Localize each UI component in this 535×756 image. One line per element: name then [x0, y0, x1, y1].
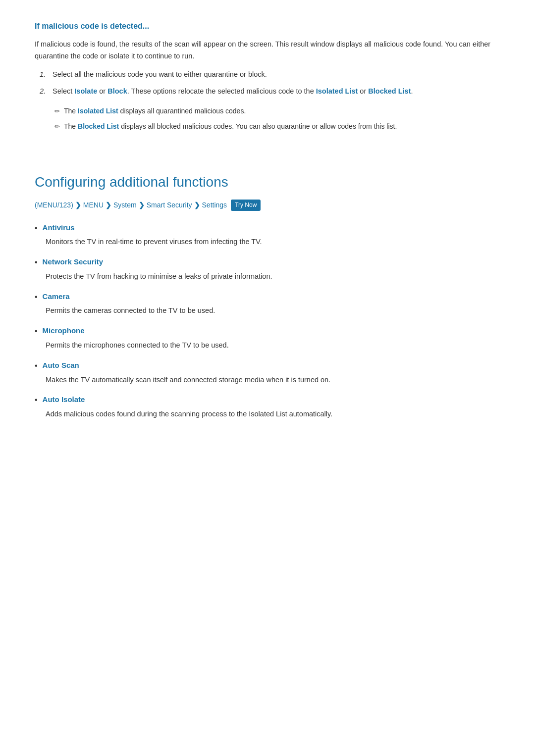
feature-desc-0: Monitors the TV in real-time to prevent …: [46, 236, 500, 248]
try-now-badge[interactable]: Try Now: [231, 200, 261, 211]
config-heading: Configuring additional functions: [35, 171, 500, 194]
malicious-heading: If malicious code is detected...: [35, 20, 500, 33]
feature-desc-2: Permits the cameras connected to the TV …: [46, 305, 500, 317]
feature-bullet-1: •: [35, 256, 38, 269]
section-divider: [35, 156, 500, 156]
feature-item-1: •Network SecurityProtects the TV from ha…: [35, 256, 500, 283]
feature-bullet-4: •: [35, 359, 38, 372]
sub-bullet-blocked: ✏ The Blocked List displays all blocked …: [54, 121, 500, 132]
feature-bullet-0: •: [35, 222, 38, 235]
feature-list: •AntivirusMonitors the TV in real-time t…: [35, 222, 500, 420]
feature-item-0: •AntivirusMonitors the TV in real-time t…: [35, 222, 500, 249]
feature-name-4[interactable]: Auto Scan: [43, 359, 79, 371]
feature-name-1[interactable]: Network Security: [43, 256, 104, 268]
block-link[interactable]: Block: [107, 87, 127, 95]
sub-bullet-blocked-text: The Blocked List displays all blocked ma…: [64, 121, 397, 132]
breadcrumb-settings[interactable]: Settings: [202, 200, 227, 210]
feature-item-2: •CameraPermits the cameras connected to …: [35, 291, 500, 317]
isolated-list-link[interactable]: Isolated List: [316, 87, 358, 95]
breadcrumb-menu[interactable]: MENU: [83, 200, 104, 210]
breadcrumb-system[interactable]: System: [113, 200, 137, 210]
malicious-section: If malicious code is detected... If mali…: [35, 20, 500, 136]
feature-desc-4: Makes the TV automatically scan itself a…: [46, 374, 500, 386]
feature-name-2[interactable]: Camera: [43, 291, 70, 302]
feature-item-5: •Auto IsolateAdds malicious codes found …: [35, 394, 500, 420]
isolate-link[interactable]: Isolate: [74, 87, 97, 95]
feature-bullet-3: •: [35, 325, 38, 338]
feature-desc-3: Permits the microphones connected to the…: [46, 340, 500, 352]
step-2-text: Select Isolate or Block. These options r…: [53, 86, 413, 98]
breadcrumb-sep2: ❯: [106, 200, 111, 210]
feature-bullet-2: •: [35, 291, 38, 303]
breadcrumb-menu123[interactable]: (MENU/123): [35, 200, 73, 210]
breadcrumb: (MENU/123) ❯ MENU ❯ System ❯ Smart Secur…: [35, 200, 500, 211]
breadcrumb-sep1: ❯: [75, 200, 81, 210]
sub-bullet-isolated: ✏ The Isolated List displays all quarant…: [54, 105, 500, 117]
bullet-icon-2: ✏: [54, 122, 60, 132]
feature-name-3[interactable]: Microphone: [43, 325, 85, 337]
bullet-icon-1: ✏: [54, 106, 60, 117]
feature-item-3: •MicrophonePermits the microphones conne…: [35, 325, 500, 352]
feature-bullet-5: •: [35, 394, 38, 406]
sub-bullet-isolated-text: The Isolated List displays all quarantin…: [64, 105, 246, 116]
feature-name-0[interactable]: Antivirus: [43, 222, 75, 234]
step-2: 2. Select Isolate or Block. These option…: [40, 86, 500, 136]
breadcrumb-sep3: ❯: [139, 200, 145, 210]
feature-item-4: •Auto ScanMakes the TV automatically sca…: [35, 359, 500, 386]
feature-desc-5: Adds malicious codes found during the sc…: [46, 408, 500, 420]
breadcrumb-smart-security[interactable]: Smart Security: [147, 200, 192, 210]
breadcrumb-sep4: ❯: [194, 200, 200, 210]
feature-desc-1: Protects the TV from hacking to minimise…: [46, 271, 500, 283]
step-1-text: Select all the malicious code you want t…: [53, 69, 267, 81]
step-1-num: 1.: [40, 69, 49, 81]
feature-name-5[interactable]: Auto Isolate: [43, 394, 85, 405]
step-1: 1. Select all the malicious code you wan…: [40, 69, 500, 81]
config-section: Configuring additional functions (MENU/1…: [35, 171, 500, 420]
step-2-num: 2.: [40, 86, 49, 98]
malicious-intro: If malicious code is found, the results …: [35, 39, 500, 62]
blocked-list-link[interactable]: Blocked List: [368, 87, 411, 95]
